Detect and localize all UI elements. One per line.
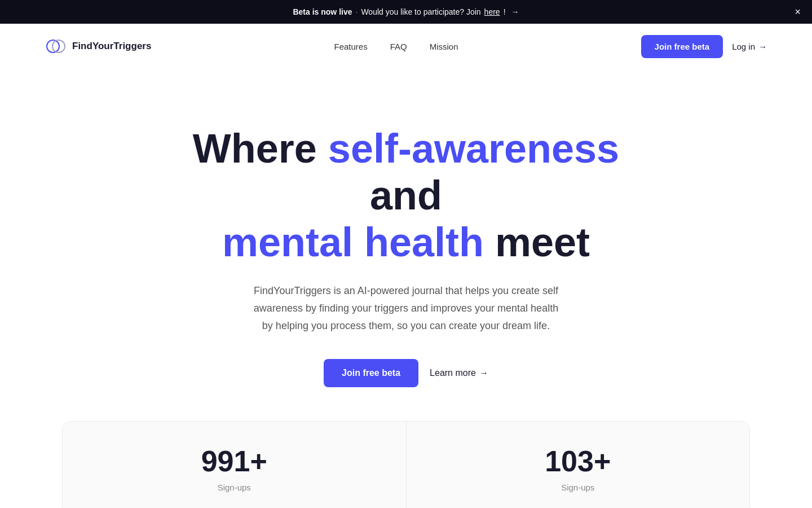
- logo-text: FindYourTriggers: [72, 41, 151, 52]
- logo-icon: [45, 36, 67, 57]
- nav-links: Features FAQ Mission: [334, 42, 458, 51]
- nav-faq[interactable]: FAQ: [390, 42, 407, 51]
- hero-highlight2: mental health: [222, 220, 484, 265]
- hero-description: FindYourTriggers is an AI-powered journa…: [248, 282, 564, 334]
- top-banner: Beta is now live · Would you like to par…: [0, 0, 812, 24]
- hero-actions: Join free beta Learn more →: [324, 359, 488, 387]
- banner-bold: Beta is now live: [293, 7, 352, 16]
- navbar: FindYourTriggers Features FAQ Mission Jo…: [0, 24, 812, 69]
- nav-features[interactable]: Features: [334, 42, 367, 51]
- login-arrow: →: [758, 42, 767, 51]
- hero-title-part2: and: [370, 173, 442, 218]
- nav-actions: Join free beta Log in →: [641, 35, 767, 58]
- banner-separator: ·: [356, 7, 358, 16]
- nav-join-beta-button[interactable]: Join free beta: [641, 35, 723, 58]
- login-label: Log in: [732, 42, 755, 51]
- hero-highlight1: self-awareness: [328, 126, 619, 171]
- banner-text: Beta is now live · Would you like to par…: [293, 7, 519, 16]
- stat-number-0: 991+: [96, 444, 372, 478]
- banner-link[interactable]: here: [484, 7, 500, 16]
- banner-close-button[interactable]: ×: [795, 7, 801, 17]
- stat-block-0: 991+ Sign-ups: [63, 422, 407, 508]
- hero-learn-more-button[interactable]: Learn more →: [430, 368, 488, 378]
- learn-more-arrow: →: [479, 368, 488, 378]
- stats-section: 991+ Sign-ups 103+ Sign-ups: [62, 421, 750, 508]
- learn-more-label: Learn more: [430, 368, 476, 378]
- nav-mission[interactable]: Mission: [430, 42, 458, 51]
- hero-title-part1: Where: [193, 126, 328, 171]
- hero-title: Where self-awareness and mental health m…: [180, 125, 632, 265]
- stat-label-0: Sign-ups: [96, 483, 372, 492]
- stat-label-1: Sign-ups: [440, 483, 716, 492]
- banner-description: Would you like to participate? Join: [361, 7, 480, 16]
- stat-block-1: 103+ Sign-ups: [407, 422, 750, 508]
- banner-arrow: →: [511, 7, 519, 16]
- stat-number-1: 103+: [440, 444, 716, 478]
- logo-link[interactable]: FindYourTriggers: [45, 36, 151, 57]
- nav-login-button[interactable]: Log in →: [732, 42, 767, 51]
- banner-exclamation: !: [504, 7, 506, 16]
- hero-section: Where self-awareness and mental health m…: [0, 69, 812, 421]
- hero-title-part3: meet: [484, 220, 590, 265]
- hero-join-beta-button[interactable]: Join free beta: [324, 359, 418, 387]
